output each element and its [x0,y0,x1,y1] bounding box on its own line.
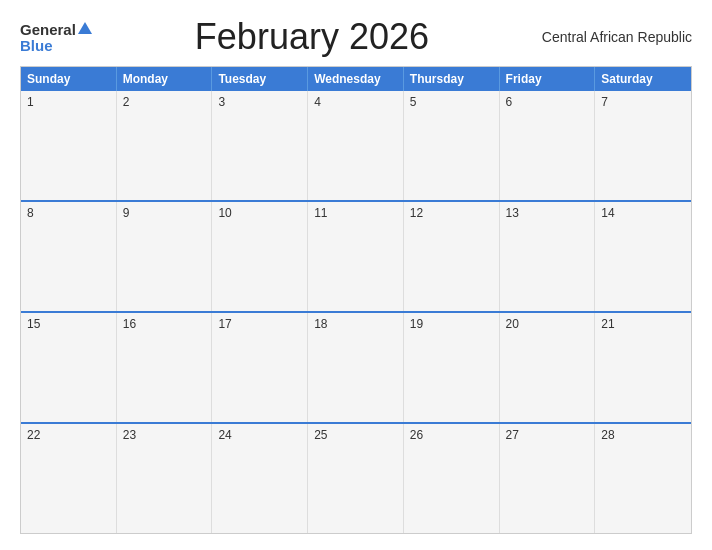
logo-general: General [20,21,76,38]
logo-text: General [20,22,92,38]
calendar-header-row: Sunday Monday Tuesday Wednesday Thursday… [21,67,691,91]
calendar-day-20: 20 [500,313,596,422]
calendar-day-6: 6 [500,91,596,200]
logo-triangle-icon [78,22,92,34]
calendar-day-3: 3 [212,91,308,200]
calendar-week-2: 8 9 10 11 12 13 14 [21,200,691,311]
day-header-friday: Friday [500,67,596,91]
country-label: Central African Republic [532,29,692,45]
calendar-week-3: 15 16 17 18 19 20 21 [21,311,691,422]
day-header-tuesday: Tuesday [212,67,308,91]
calendar-day-26: 26 [404,424,500,533]
day-header-wednesday: Wednesday [308,67,404,91]
calendar-day-27: 27 [500,424,596,533]
calendar-day-18: 18 [308,313,404,422]
page-header: General Blue February 2026 Central Afric… [20,16,692,58]
calendar-day-8: 8 [21,202,117,311]
calendar-grid: Sunday Monday Tuesday Wednesday Thursday… [20,66,692,534]
logo: General Blue [20,22,92,53]
calendar-day-4: 4 [308,91,404,200]
calendar-week-4: 22 23 24 25 26 27 28 [21,422,691,533]
calendar-day-10: 10 [212,202,308,311]
calendar-day-24: 24 [212,424,308,533]
calendar-day-12: 12 [404,202,500,311]
day-header-saturday: Saturday [595,67,691,91]
calendar-day-22: 22 [21,424,117,533]
calendar-day-19: 19 [404,313,500,422]
calendar-day-14: 14 [595,202,691,311]
calendar-day-2: 2 [117,91,213,200]
calendar-body: 1 2 3 4 5 6 7 8 9 10 11 12 13 14 15 16 [21,91,691,533]
calendar-day-9: 9 [117,202,213,311]
day-header-thursday: Thursday [404,67,500,91]
calendar-day-23: 23 [117,424,213,533]
logo-blue: Blue [20,38,92,53]
calendar-day-7: 7 [595,91,691,200]
calendar-day-21: 21 [595,313,691,422]
calendar-day-16: 16 [117,313,213,422]
day-header-sunday: Sunday [21,67,117,91]
day-header-monday: Monday [117,67,213,91]
calendar-day-25: 25 [308,424,404,533]
calendar-day-1: 1 [21,91,117,200]
calendar-day-17: 17 [212,313,308,422]
calendar-day-11: 11 [308,202,404,311]
page-title: February 2026 [92,16,532,58]
calendar-day-28: 28 [595,424,691,533]
calendar-page: General Blue February 2026 Central Afric… [0,0,712,550]
calendar-day-5: 5 [404,91,500,200]
calendar-week-1: 1 2 3 4 5 6 7 [21,91,691,200]
calendar-day-13: 13 [500,202,596,311]
calendar-day-15: 15 [21,313,117,422]
